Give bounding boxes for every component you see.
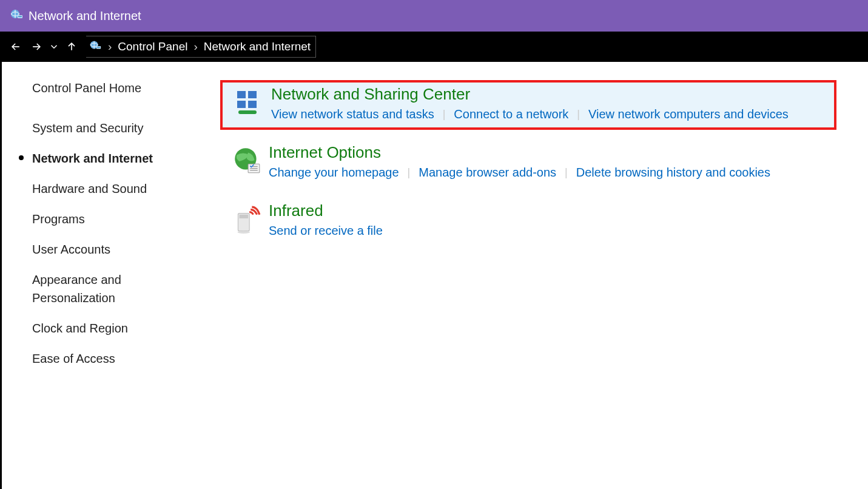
sidebar-control-panel-home[interactable]: Control Panel Home — [32, 79, 208, 97]
sidebar-item-programs[interactable]: Programs — [32, 210, 208, 228]
svg-point-20 — [237, 231, 250, 234]
link-view-network-computers-devices[interactable]: View network computers and devices — [588, 107, 789, 121]
internet-options-icon — [231, 146, 263, 177]
svg-rect-3 — [18, 16, 22, 18]
network-sharing-center-icon — [234, 87, 265, 119]
content: Control Panel Home System and Security N… — [0, 62, 868, 489]
section-links: Change your homepage | Manage browser ad… — [269, 166, 868, 180]
sidebar-item-network-internet[interactable]: Network and Internet — [32, 149, 208, 167]
link-delete-browsing-history[interactable]: Delete browsing history and cookies — [576, 166, 770, 180]
svg-rect-10 — [237, 101, 246, 108]
section-title-internet-options[interactable]: Internet Options — [269, 143, 381, 162]
sidebar-item-user-accounts[interactable]: User Accounts — [32, 240, 208, 258]
chevron-right-icon[interactable]: › — [193, 40, 197, 53]
sidebar-item-clock-region[interactable]: Clock and Region — [32, 319, 208, 337]
sidebar-item-ease-of-access[interactable]: Ease of Access — [32, 349, 208, 368]
navbar: › Control Panel › Network and Internet — [0, 32, 868, 62]
link-separator-icon: | — [408, 166, 411, 179]
address-bar-icon — [89, 39, 102, 55]
section-links: View network status and tasks | Connect … — [271, 107, 834, 121]
svg-rect-9 — [248, 91, 257, 98]
titlebar: Network and Internet — [0, 0, 868, 32]
section-internet-options: Internet Options Change your homepage | … — [220, 141, 868, 188]
titlebar-app-icon — [9, 7, 24, 25]
chevron-right-icon[interactable]: › — [108, 40, 112, 53]
link-manage-browser-addons[interactable]: Manage browser add-ons — [419, 166, 556, 180]
svg-rect-7 — [97, 46, 101, 47]
section-body: Network and Sharing Center View network … — [271, 85, 834, 121]
forward-button[interactable] — [28, 38, 45, 55]
link-view-network-status[interactable]: View network status and tasks — [271, 107, 434, 121]
section-title-network-sharing-center[interactable]: Network and Sharing Center — [271, 85, 470, 104]
sidebar-item-system-security[interactable]: System and Security — [32, 119, 208, 137]
breadcrumb-item[interactable]: Network and Internet — [204, 40, 311, 53]
breadcrumb-item[interactable]: Control Panel — [118, 40, 187, 53]
svg-rect-8 — [237, 91, 246, 98]
link-separator-icon: | — [577, 108, 580, 121]
section-network-sharing-center: Network and Sharing Center View network … — [220, 80, 836, 130]
link-send-receive-file[interactable]: Send or receive a file — [269, 224, 383, 238]
titlebar-title: Network and Internet — [29, 9, 141, 23]
link-connect-to-a-network[interactable]: Connect to a network — [454, 107, 568, 121]
sidebar-item-hardware-sound[interactable]: Hardware and Sound — [32, 180, 208, 198]
section-title-infrared[interactable]: Infrared — [269, 201, 323, 220]
sidebar-item-appearance-personalization[interactable]: Appearance and Personalization — [32, 271, 172, 307]
recent-locations-dropdown[interactable] — [49, 38, 59, 55]
up-button[interactable] — [63, 38, 80, 55]
section-body: Infrared Send or receive a file — [269, 201, 868, 238]
sidebar: Control Panel Home System and Security N… — [2, 62, 220, 489]
link-separator-icon: | — [565, 166, 568, 179]
svg-rect-12 — [238, 110, 257, 114]
svg-rect-19 — [240, 215, 249, 218]
section-links: Send or receive a file — [269, 224, 868, 238]
section-infrared: Infrared Send or receive a file — [220, 199, 868, 246]
address-bar[interactable]: › Control Panel › Network and Internet — [86, 36, 316, 58]
back-button[interactable] — [7, 38, 24, 55]
svg-rect-11 — [248, 101, 257, 108]
main-area: Network and Sharing Center View network … — [220, 62, 868, 489]
link-separator-icon: | — [443, 108, 446, 121]
infrared-icon — [231, 204, 263, 235]
link-change-homepage[interactable]: Change your homepage — [269, 166, 399, 180]
section-body: Internet Options Change your homepage | … — [269, 143, 868, 180]
